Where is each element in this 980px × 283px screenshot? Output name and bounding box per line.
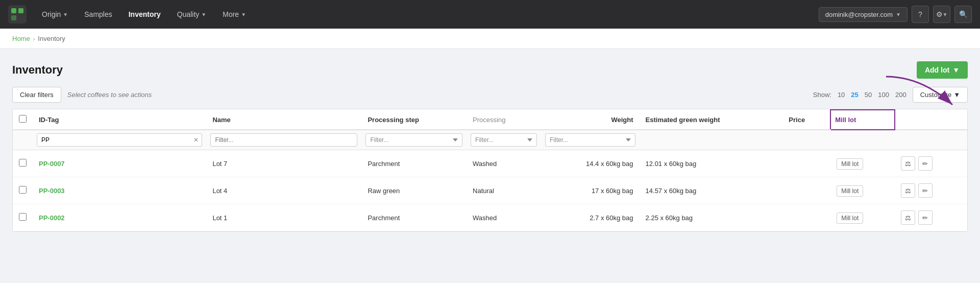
nav-origin[interactable]: Origin ▼ <box>35 6 75 22</box>
action-icons: ⚖ ✏ <box>901 210 961 225</box>
filter-clear-icon[interactable]: ✕ <box>190 136 202 144</box>
filter-actions-cell <box>895 130 967 150</box>
select-all-checkbox[interactable] <box>19 115 27 123</box>
row-weight: 17 x 60kg bag <box>541 177 640 204</box>
row-actions: ⚖ ✏ <box>895 150 967 177</box>
nav-samples[interactable]: Samples <box>77 6 119 22</box>
id-tag-link[interactable]: PP-0002 <box>39 214 65 222</box>
show-50[interactable]: 50 <box>863 90 874 100</box>
row-id-tag: PP-0007 <box>33 150 206 177</box>
compare-icon[interactable]: ⚖ <box>901 183 915 198</box>
filter-price-cell <box>782 130 830 150</box>
col-header-processing: Processing <box>467 110 541 130</box>
user-dropdown[interactable]: dominik@cropster.com ▼ <box>819 7 908 22</box>
row-checkbox-cell <box>13 204 33 231</box>
col-header-estimated-green-weight: Estimated green weight <box>640 110 783 130</box>
gear-icon: ⚙ <box>936 10 943 18</box>
filter-mill-lot-cell <box>830 130 895 150</box>
row-processing: Washed <box>467 204 541 231</box>
filter-weight-select[interactable]: Filter... <box>545 133 635 147</box>
svg-rect-1 <box>11 8 16 13</box>
page-title: Inventory <box>12 63 63 77</box>
row-processing: Natural <box>467 177 541 204</box>
svg-rect-2 <box>18 8 23 13</box>
filter-name-input[interactable] <box>210 133 357 147</box>
row-price <box>782 150 830 177</box>
edit-icon[interactable]: ✏ <box>918 210 933 225</box>
add-lot-button[interactable]: Add lot ▼ <box>917 61 968 79</box>
customize-button[interactable]: Customize ▼ <box>913 87 968 103</box>
row-mill-lot: Mill lot <box>830 150 895 177</box>
table-header-row: ID-Tag Name Processing step Processing W… <box>13 110 967 130</box>
nav-quality[interactable]: Quality ▼ <box>170 6 213 22</box>
id-tag-link[interactable]: PP-0007 <box>39 160 65 168</box>
breadcrumb-current: Inventory <box>38 35 65 42</box>
breadcrumb-home[interactable]: Home <box>12 35 30 42</box>
filter-checkbox-cell <box>13 130 33 150</box>
row-checkbox[interactable] <box>19 159 27 167</box>
row-weight: 2.7 x 60kg bag <box>541 204 640 231</box>
nav-inventory[interactable]: Inventory <box>121 6 168 22</box>
settings-button[interactable]: ⚙ ▼ <box>933 6 950 23</box>
mill-lot-badge: Mill lot <box>837 158 863 170</box>
help-button[interactable]: ? <box>912 6 929 23</box>
navbar: Origin ▼ Samples Inventory Quality ▼ Mor… <box>0 0 980 29</box>
show-label: Show: <box>813 91 831 99</box>
nav-more[interactable]: More ▼ <box>215 6 253 22</box>
row-processing: Washed <box>467 150 541 177</box>
row-price <box>782 204 830 231</box>
row-name: Lot 7 <box>206 150 361 177</box>
show-10[interactable]: 10 <box>836 90 847 100</box>
edit-icon[interactable]: ✏ <box>918 156 933 171</box>
filter-id-tag-input[interactable] <box>37 134 190 146</box>
toolbar-right: Show: 10 25 50 100 200 Customize ▼ <box>813 87 968 103</box>
row-estimated-green-weight: 12.01 x 60kg bag <box>640 150 783 177</box>
row-actions: ⚖ ✏ <box>895 177 967 204</box>
compare-icon[interactable]: ⚖ <box>901 210 915 225</box>
table-row: PP-0007 Lot 7 Parchment Washed 14.4 x 60… <box>13 150 967 177</box>
show-25[interactable]: 25 <box>849 90 860 100</box>
filter-name-cell <box>206 130 361 150</box>
row-processing-step: Parchment <box>361 150 467 177</box>
row-estimated-green-weight: 14.57 x 60kg bag <box>640 177 783 204</box>
chevron-down-icon: ▼ <box>953 91 960 99</box>
show-200[interactable]: 200 <box>893 90 909 100</box>
page-header: Inventory Add lot ▼ <box>12 61 968 79</box>
svg-rect-0 <box>8 5 27 23</box>
col-header-actions <box>895 110 967 130</box>
compare-icon[interactable]: ⚖ <box>901 156 915 171</box>
toolbar: Clear filters Select coffees to see acti… <box>12 87 968 103</box>
row-checkbox-cell <box>13 177 33 204</box>
show-100[interactable]: 100 <box>876 90 891 100</box>
breadcrumb: Home › Inventory <box>0 29 980 49</box>
filter-processing-select[interactable]: Filter... <box>471 133 537 147</box>
row-price <box>782 177 830 204</box>
chevron-down-icon: ▼ <box>241 12 246 17</box>
select-all-header <box>13 110 33 130</box>
row-estimated-green-weight: 2.25 x 60kg bag <box>640 204 783 231</box>
logo[interactable] <box>8 5 27 23</box>
edit-icon[interactable]: ✏ <box>918 183 933 198</box>
filter-id-tag-cell: ✕ <box>33 130 206 150</box>
toolbar-hint: Select coffees to see actions <box>67 91 152 99</box>
clear-filters-button[interactable]: Clear filters <box>12 87 61 103</box>
mill-lot-badge: Mill lot <box>837 213 863 224</box>
filter-processing-step-select[interactable]: Filter... <box>365 133 462 147</box>
row-checkbox[interactable] <box>19 213 27 221</box>
id-tag-link[interactable]: PP-0003 <box>39 187 65 195</box>
row-processing-step: Raw green <box>361 177 467 204</box>
chevron-down-icon: ▼ <box>201 12 206 17</box>
col-header-name: Name <box>206 110 361 130</box>
mill-lot-badge: Mill lot <box>837 185 863 197</box>
filter-weight-cell: Filter... <box>541 130 640 150</box>
row-name: Lot 1 <box>206 204 361 231</box>
action-icons: ⚖ ✏ <box>901 183 961 198</box>
table-row: PP-0003 Lot 4 Raw green Natural 17 x 60k… <box>13 177 967 204</box>
row-id-tag: PP-0002 <box>33 204 206 231</box>
search-button[interactable]: 🔍 <box>954 6 972 23</box>
row-checkbox[interactable] <box>19 186 27 194</box>
row-mill-lot: Mill lot <box>830 177 895 204</box>
row-id-tag: PP-0003 <box>33 177 206 204</box>
col-header-mill-lot: Mill lot <box>830 110 895 130</box>
row-name: Lot 4 <box>206 177 361 204</box>
